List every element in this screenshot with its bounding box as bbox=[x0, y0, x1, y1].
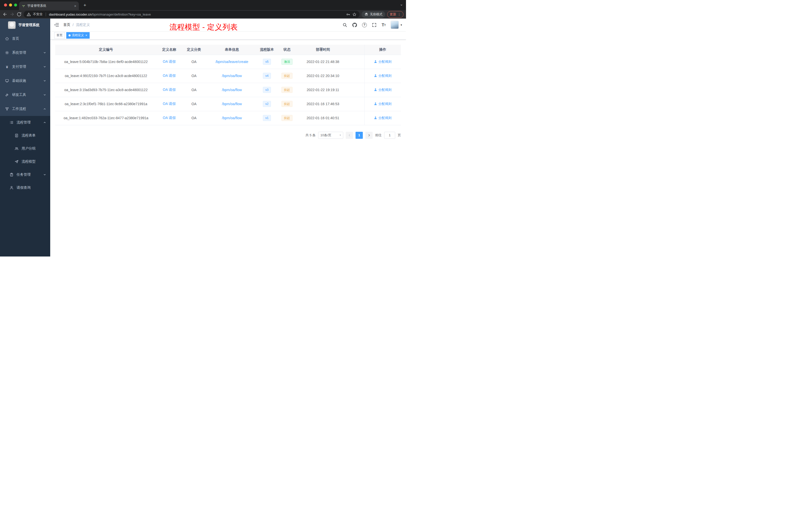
user-group-icon bbox=[14, 147, 19, 151]
sidebar-item-label: 首页 bbox=[12, 36, 19, 41]
sidebar-item-home[interactable]: 首页 bbox=[0, 32, 50, 46]
tag-close-icon[interactable]: × bbox=[85, 34, 87, 37]
status-badge: 激活 bbox=[282, 59, 292, 65]
next-page-button[interactable] bbox=[365, 132, 373, 139]
window-zoom-button[interactable] bbox=[14, 3, 17, 6]
reload-button[interactable] bbox=[17, 12, 22, 17]
sidebar-item-leave-query[interactable]: 请假查询 bbox=[0, 181, 50, 194]
password-key-icon[interactable] bbox=[346, 12, 350, 17]
assign-rule-label: 分配规则 bbox=[378, 102, 392, 106]
definition-name-link[interactable]: OA 请假 bbox=[163, 88, 175, 92]
page-size-select[interactable]: 10条/页 ▾ bbox=[318, 132, 343, 139]
yen-icon: ¥ bbox=[5, 65, 9, 69]
bookmark-star-icon[interactable] bbox=[352, 12, 356, 17]
breadcrumb-separator: / bbox=[72, 23, 74, 27]
tag-label: 流程定义 bbox=[72, 33, 84, 37]
sidebar-collapse-icon[interactable] bbox=[54, 22, 59, 27]
sidebar-item-infrastructure[interactable]: 基础设施 bbox=[0, 74, 50, 88]
brand-title: 芋道管理系统 bbox=[18, 23, 39, 27]
page-number-button[interactable]: 1 bbox=[355, 132, 363, 139]
sidebar-item-payment[interactable]: ¥ 支付管理 bbox=[0, 60, 50, 74]
screen: 芋道管理系统 × + ⌄ 不安全 dashboard.yudao.iocoder… bbox=[0, 0, 406, 256]
assign-rule-link[interactable]: 分配规则 bbox=[374, 88, 392, 92]
annotation-title: 流程模型 - 定义列表 bbox=[170, 22, 238, 32]
version-badge: v3 bbox=[263, 87, 271, 93]
form-info-link[interactable]: /bpm/oa/flow bbox=[222, 116, 242, 120]
tag-process-definition[interactable]: 流程定义 × bbox=[66, 32, 90, 39]
window-minimize-button[interactable] bbox=[9, 3, 12, 6]
window-close-button[interactable] bbox=[4, 3, 7, 6]
definition-name-link[interactable]: OA 请假 bbox=[163, 59, 175, 63]
back-button[interactable] bbox=[2, 12, 7, 17]
paper-plane-icon bbox=[14, 160, 19, 163]
table-row: oa_leave:3:1fad3d93-7b75-11ec-a3c8-acde4… bbox=[55, 83, 401, 97]
sidebar-item-devtools[interactable]: 研发工具 bbox=[0, 88, 50, 102]
form-info-link[interactable]: /bpm/oa/leave/create bbox=[215, 60, 248, 64]
sidebar-item-process-model[interactable]: 流程模型 bbox=[0, 155, 50, 168]
definition-name-link[interactable]: OA 请假 bbox=[163, 73, 175, 78]
assign-rule-link[interactable]: 分配规则 bbox=[374, 59, 392, 64]
fullscreen-icon[interactable] bbox=[372, 23, 377, 27]
form-info-link[interactable]: /bpm/oa/flow bbox=[222, 88, 242, 92]
workflow-icon bbox=[5, 107, 9, 111]
breadcrumb-home[interactable]: 首页 bbox=[63, 23, 70, 27]
form-info-link[interactable]: /bpm/oa/flow bbox=[222, 102, 242, 106]
deploy-time: 2022-01-22 21:48:38 bbox=[298, 55, 348, 69]
github-icon[interactable] bbox=[352, 23, 357, 27]
definition-category: OA bbox=[182, 55, 206, 69]
sidebar-item-process-form[interactable]: 流程表单 bbox=[0, 129, 50, 142]
address-bar[interactable]: 不安全 dashboard.yudao.iocoder.cn/bpm/manag… bbox=[24, 11, 359, 18]
sidebar-item-label: 系统管理 bbox=[12, 51, 26, 55]
definition-name-link[interactable]: OA 请假 bbox=[163, 102, 175, 105]
sidebar-item-task-mgmt[interactable]: 任务管理 bbox=[0, 168, 50, 181]
tab-close-icon[interactable]: × bbox=[74, 4, 76, 8]
search-icon[interactable] bbox=[343, 23, 347, 27]
font-size-icon[interactable]: TT bbox=[382, 23, 386, 27]
browser-tab[interactable]: 芋道管理系统 × bbox=[19, 1, 79, 10]
goto-page-input[interactable] bbox=[384, 132, 395, 139]
avatar[interactable] bbox=[391, 21, 399, 29]
browser-update-button[interactable]: 更新 ⋮ bbox=[387, 11, 404, 18]
sidebar-item-label: 流程管理 bbox=[17, 120, 31, 125]
assign-rule-link[interactable]: 分配规则 bbox=[374, 116, 392, 120]
caret-down-icon: ▾ bbox=[401, 23, 402, 27]
sidebar-item-process-mgmt[interactable]: 流程管理 bbox=[0, 116, 50, 129]
brand-avatar bbox=[8, 21, 16, 29]
version-badge: v2 bbox=[263, 101, 271, 107]
user-menu[interactable]: ▾ bbox=[391, 21, 402, 29]
browser-menu-icon[interactable]: ⋮ bbox=[398, 12, 401, 16]
definition-name-link[interactable]: OA 请假 bbox=[163, 116, 175, 120]
clipboard-icon bbox=[9, 173, 13, 177]
sidebar-item-label: 请假查询 bbox=[17, 185, 31, 190]
security-label[interactable]: 不安全 bbox=[33, 12, 43, 17]
tags-view-bar: 首页 流程定义 × bbox=[50, 31, 406, 40]
incognito-badge: 无痕模式 bbox=[361, 11, 385, 18]
tools-icon bbox=[5, 93, 9, 97]
tag-home[interactable]: 首页 bbox=[54, 32, 65, 39]
sidebar-item-user-group[interactable]: 用户分组 bbox=[0, 142, 50, 155]
sidebar-item-label: 流程表单 bbox=[22, 133, 36, 138]
forward-button[interactable] bbox=[9, 12, 14, 17]
tab-search-chevron-icon[interactable]: ⌄ bbox=[400, 2, 403, 6]
new-tab-button[interactable]: + bbox=[82, 2, 88, 8]
help-icon[interactable]: ? bbox=[362, 23, 367, 27]
spacer-cell bbox=[348, 111, 364, 125]
chevron-up-icon bbox=[43, 108, 46, 111]
assign-rule-link[interactable]: 分配规则 bbox=[374, 73, 392, 78]
assign-rule-link[interactable]: 分配规则 bbox=[374, 102, 392, 106]
definition-id: oa_leave:5:004b710b-7b8a-11ec-8ef0-acde4… bbox=[55, 55, 157, 69]
definition-id: oa_leave:1:482ec033-762a-11ec-8477-a2380… bbox=[55, 111, 157, 125]
chevron-left-icon bbox=[348, 134, 351, 137]
sidebar-item-label: 任务管理 bbox=[17, 173, 31, 177]
form-info-link[interactable]: /bpm/oa/flow bbox=[222, 74, 242, 78]
table-row: oa_leave:5:004b710b-7b8a-11ec-8ef0-acde4… bbox=[55, 55, 401, 69]
definition-id: oa_leave:3:1fad3d93-7b75-11ec-a3c8-acde4… bbox=[55, 83, 157, 97]
prev-page-button[interactable] bbox=[346, 132, 353, 139]
status-badge: 挂起 bbox=[282, 115, 292, 121]
sidebar-item-system[interactable]: 系统管理 bbox=[0, 46, 50, 60]
spacer-cell bbox=[348, 83, 364, 97]
chevron-right-icon bbox=[368, 134, 371, 137]
sidebar-item-workflow[interactable]: 工作流程 bbox=[0, 102, 50, 116]
window-controls bbox=[4, 3, 17, 6]
main-area: 首页 / 流程定义 ? TT ▾ 首页 bbox=[50, 19, 406, 256]
